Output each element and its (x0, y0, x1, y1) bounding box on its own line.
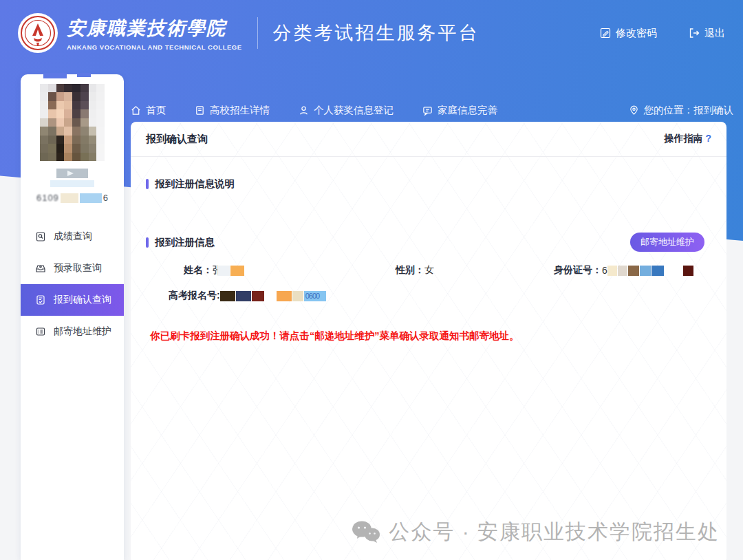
breadcrumb-location: 您的位置：报到确认 (629, 104, 734, 117)
exam-mask-block (277, 291, 292, 301)
tab-home[interactable]: 首页 (131, 104, 166, 117)
section-title-info: 报到注册信息 (146, 236, 215, 249)
id-mask-block (628, 266, 639, 276)
student-id-prefix: 6109 (36, 193, 59, 203)
check-in-confirm-icon (35, 294, 46, 305)
exam-mask-block (220, 291, 235, 301)
id-mask-block (618, 266, 627, 276)
sidebar-item-label: 成绩查询 (54, 230, 92, 243)
exam-mask-block: 0600 (304, 291, 326, 301)
field-exam-number: 高考报名号: 0600 (169, 290, 327, 302)
id-mask-block (80, 193, 102, 203)
sidebar-item-checkin-confirm-query[interactable]: 报到确认查询 (21, 284, 124, 316)
id-mask-block (61, 193, 78, 203)
section-info-label: 报到注册信息 (155, 236, 215, 249)
mask-gap (665, 266, 682, 276)
gender-value: 女 (424, 264, 434, 277)
name-masked-fragment: 张 (213, 264, 217, 277)
score-search-icon (35, 231, 46, 242)
section-title-note: 报到注册信息说明 (146, 177, 235, 191)
exam-mask-block (252, 291, 264, 301)
pre-admission-icon (35, 263, 46, 274)
tab-personal-awards-label: 个人获奖信息登记 (314, 104, 394, 117)
family-info-icon (422, 105, 433, 116)
change-password-label: 修改密码 (616, 27, 657, 40)
person-icon (299, 105, 309, 116)
section-bar-icon (146, 179, 149, 189)
student-name-masked (56, 169, 88, 178)
sidebar-menu: 成绩查询 预录取查询 报到确认查询 邮寄地址维护 (21, 221, 124, 347)
exam-number-label: 高考报名号: (169, 290, 220, 302)
tab-home-label: 首页 (146, 104, 166, 117)
platform-title: 分类考试招生服务平台 (273, 21, 480, 45)
student-name-mask-wash (50, 180, 94, 187)
app-header: 安康職業技術學院 ANKANG VOCATIONAL AND TECHNICAL… (0, 0, 743, 66)
exam-mask-block (292, 291, 303, 301)
home-icon (131, 105, 141, 116)
edit-icon (600, 28, 611, 39)
mail-address-maintain-button[interactable]: 邮寄地址维护 (630, 233, 704, 252)
id-mask-block (607, 266, 617, 276)
sidebar-item-label: 预录取查询 (54, 262, 102, 274)
college-emblem-icon (20, 15, 56, 51)
page-title: 报到确认查询 (146, 133, 208, 146)
tab-college-admission-details[interactable]: 高校招生详情 (195, 104, 270, 117)
tab-family-info-label: 家庭信息完善 (438, 104, 497, 117)
tab-personal-awards[interactable]: 个人获奖信息登记 (299, 104, 394, 117)
name-mask-block (230, 266, 244, 276)
sidebar-item-score-query[interactable]: 成绩查询 (21, 221, 124, 252)
logout-button[interactable]: 退出 (689, 27, 725, 40)
main-content-card: 报到确认查询 操作指南? 报到注册信息说明 报到注册信息 邮寄地址维护 姓名： … (131, 122, 726, 560)
sidebar-item-mail-address[interactable]: 邮寄地址维护 (21, 316, 124, 347)
id-mask-block (683, 266, 693, 276)
operation-guide-label: 操作指南 (664, 133, 702, 144)
field-id-number: 身份证号： 6 (554, 264, 694, 277)
content-header: 报到确认查询 操作指南? (131, 122, 726, 157)
logout-icon (689, 28, 700, 39)
question-mark-icon: ? (705, 133, 711, 144)
id-number-label: 身份证号： (554, 264, 602, 277)
operation-guide-link[interactable]: 操作指南? (664, 133, 711, 145)
header-actions: 修改密码 退出 (600, 27, 725, 40)
mask-gap (265, 291, 276, 301)
change-password-button[interactable]: 修改密码 (600, 27, 657, 40)
student-id-line: 6109 6 (21, 193, 124, 203)
id-number-prefix: 6 (602, 265, 607, 276)
header-divider (257, 17, 258, 49)
confirmation-success-message: 你已刷卡报到注册确认成功！请点击“邮递地址维护”菜单确认录取通知书邮寄地址。 (150, 330, 519, 343)
sidebar-item-pre-admission-query[interactable]: 预录取查询 (21, 252, 124, 284)
breadcrumb-location-label: 您的位置：报到确认 (644, 104, 734, 117)
college-name-en: ANKANG VOCATIONAL AND TECHNICAL COLLEGE (67, 43, 242, 51)
exam-mask-block (236, 291, 251, 301)
id-mask-block (640, 266, 651, 276)
name-mask-block (217, 266, 230, 276)
tab-family-info[interactable]: 家庭信息完善 (422, 104, 497, 117)
college-name-block: 安康職業技術學院 ANKANG VOCATIONAL AND TECHNICAL… (67, 16, 242, 51)
id-mask-block (652, 266, 664, 276)
sidebar: 6109 6 成绩查询 预录取查询 报到确认查 (21, 74, 124, 560)
tab-college-admission-details-label: 高校招生详情 (210, 104, 270, 117)
college-name-cn: 安康職業技術學院 (67, 16, 242, 41)
location-pin-icon (629, 105, 639, 116)
watermark: 公众号 · 安康职业技术学院招生处 (352, 518, 720, 546)
top-nav: 首页 高校招生详情 个人获奖信息登记 家庭信息完善 您的位置：报到确认 (131, 98, 743, 122)
sidebar-item-label: 报到确认查询 (54, 294, 111, 306)
student-photo (40, 84, 105, 161)
pixelation-artifact (43, 73, 67, 78)
wechat-icon (352, 520, 380, 545)
mail-address-icon (35, 326, 46, 337)
section-note-label: 报到注册信息说明 (155, 177, 235, 191)
document-icon (195, 105, 205, 116)
field-name: 姓名： 张 (184, 264, 245, 277)
college-logo (18, 13, 58, 53)
name-label: 姓名： (184, 264, 213, 277)
section-bar-icon (146, 237, 149, 248)
pixelation-artifact (77, 73, 91, 77)
exam-masked-fragment: 0600 (305, 292, 319, 300)
logout-label: 退出 (704, 27, 725, 40)
student-id-suffix: 6 (103, 193, 108, 203)
watermark-text: 公众号 · 安康职业技术学院招生处 (389, 518, 720, 546)
gender-label: 性别： (396, 264, 424, 277)
field-gender: 性别： 女 (396, 264, 434, 277)
sidebar-item-label: 邮寄地址维护 (54, 325, 111, 338)
